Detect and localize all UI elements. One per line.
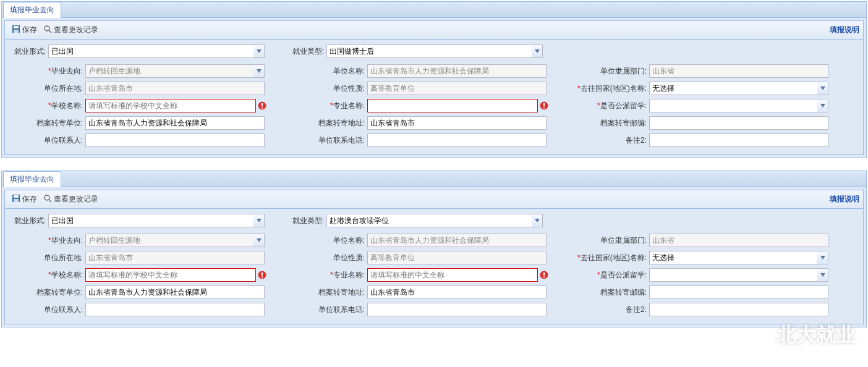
note2-label: 备注2: <box>575 305 649 315</box>
panel-1: 填报毕业去向保存查看更改记录填报说明就业形式:就业类型:*毕业去向:单位名称:单… <box>1 171 867 327</box>
svg-rect-18 <box>262 277 263 278</box>
history-button[interactable]: 查看更改记录 <box>40 193 101 206</box>
archive-zip-label: 档案转寄邮编: <box>575 118 649 129</box>
history-button[interactable]: 查看更改记录 <box>40 23 101 36</box>
tab-strip: 填报毕业去向 <box>2 2 866 18</box>
major-error-icon <box>539 101 549 111</box>
svg-rect-2 <box>14 30 19 33</box>
svg-rect-21 <box>543 277 545 278</box>
archive-unit-label: 档案转寄单位: <box>11 287 85 298</box>
unit-loc-input <box>85 82 265 95</box>
archive-unit-input[interactable] <box>85 285 265 299</box>
employ-form-input[interactable] <box>48 214 253 227</box>
employ-type-input[interactable] <box>326 44 532 58</box>
public-input[interactable] <box>649 99 817 112</box>
public-trigger[interactable] <box>817 99 828 112</box>
svg-point-14 <box>45 195 49 200</box>
archive-unit-input[interactable] <box>85 116 265 130</box>
unit-name-label: 单位名称: <box>293 66 367 77</box>
unit-loc-label: 单位所在地: <box>11 253 85 263</box>
toolbar: 保存查看更改记录填报说明 <box>5 21 863 40</box>
unit-dept-label: 单位隶属部门: <box>575 235 649 246</box>
phone-label: 单位联系电话: <box>293 305 367 315</box>
note2-label: 备注2: <box>575 135 649 146</box>
employ-type-label: 就业类型: <box>289 216 326 226</box>
svg-rect-6 <box>262 103 263 106</box>
employ-form-input[interactable] <box>48 44 253 58</box>
grad-dest-trigger <box>253 64 265 78</box>
school-input[interactable] <box>85 268 256 282</box>
svg-rect-7 <box>262 108 263 109</box>
toolbar: 保存查看更改记录填报说明 <box>5 190 863 209</box>
grad-dest-input <box>85 234 253 247</box>
note2-input[interactable] <box>649 303 828 316</box>
grad-dest-label: *毕业去向: <box>11 66 85 77</box>
archive-addr-label: 档案转寄地址: <box>293 118 367 129</box>
help-link[interactable]: 填报说明 <box>830 194 859 205</box>
tab-main[interactable]: 填报毕业去向 <box>3 2 61 18</box>
country-input[interactable] <box>649 82 817 95</box>
archive-zip-input[interactable] <box>649 116 828 130</box>
school-error-icon <box>257 270 267 280</box>
archive-addr-input[interactable] <box>367 116 547 130</box>
unit-nature-input <box>367 82 547 95</box>
svg-line-15 <box>49 200 51 202</box>
grad-dest-label: *毕业去向: <box>11 235 85 246</box>
save-icon <box>12 25 20 35</box>
school-input[interactable] <box>85 99 256 112</box>
country-trigger[interactable] <box>817 251 828 264</box>
major-input[interactable] <box>367 268 538 282</box>
svg-rect-1 <box>14 26 19 28</box>
public-label: *是否公派留学: <box>575 101 649 111</box>
phone-input[interactable] <box>367 303 547 316</box>
unit-nature-label: 单位性质: <box>293 83 367 94</box>
contact-input[interactable] <box>85 133 265 147</box>
contact-input[interactable] <box>85 303 265 316</box>
public-trigger[interactable] <box>817 268 828 282</box>
svg-rect-20 <box>543 272 545 276</box>
employ-type-input[interactable] <box>326 214 532 227</box>
svg-point-3 <box>45 26 49 31</box>
employ-form-trigger[interactable] <box>253 214 265 227</box>
archive-unit-label: 档案转寄单位: <box>11 118 85 129</box>
school-label: *学校名称: <box>11 101 85 111</box>
tab-main[interactable]: 填报毕业去向 <box>3 171 61 187</box>
unit-loc-input <box>85 251 265 264</box>
save-button[interactable]: 保存 <box>9 193 40 206</box>
employ-form-label: 就业形式: <box>11 216 48 226</box>
public-input[interactable] <box>649 268 817 282</box>
contact-label: 单位联系人: <box>11 135 85 146</box>
unit-dept-label: 单位隶属部门: <box>575 66 649 77</box>
unit-loc-label: 单位所在地: <box>11 83 85 94</box>
search-icon <box>43 194 52 205</box>
grad-dest-trigger <box>253 234 265 247</box>
country-label: *去往国家(地区)名称: <box>575 253 649 263</box>
save-icon <box>12 194 20 205</box>
help-link[interactable]: 填报说明 <box>830 25 859 35</box>
country-input[interactable] <box>649 251 817 264</box>
school-label: *学校名称: <box>11 270 85 281</box>
employ-form-trigger[interactable] <box>253 44 265 58</box>
archive-addr-input[interactable] <box>367 285 547 299</box>
school-error-icon <box>257 101 267 111</box>
unit-name-input <box>367 234 547 247</box>
note2-input[interactable] <box>649 133 828 147</box>
archive-addr-label: 档案转寄地址: <box>293 287 367 298</box>
phone-input[interactable] <box>367 133 547 147</box>
svg-rect-12 <box>14 195 19 198</box>
save-button[interactable]: 保存 <box>9 23 40 36</box>
employ-form-label: 就业形式: <box>11 46 48 57</box>
country-trigger[interactable] <box>817 82 828 95</box>
major-label: *专业名称: <box>293 101 367 111</box>
employ-type-trigger[interactable] <box>532 214 543 227</box>
svg-point-22 <box>752 329 754 331</box>
svg-point-23 <box>762 329 764 331</box>
phone-label: 单位联系电话: <box>293 135 367 146</box>
svg-rect-9 <box>543 103 545 106</box>
panel-0: 填报毕业去向保存查看更改记录填报说明就业形式:就业类型:*毕业去向:单位名称:单… <box>1 1 867 158</box>
major-input[interactable] <box>367 99 538 112</box>
unit-dept-input <box>649 64 828 78</box>
archive-zip-input[interactable] <box>649 285 828 299</box>
employ-type-trigger[interactable] <box>532 44 543 58</box>
unit-name-input <box>367 64 547 78</box>
